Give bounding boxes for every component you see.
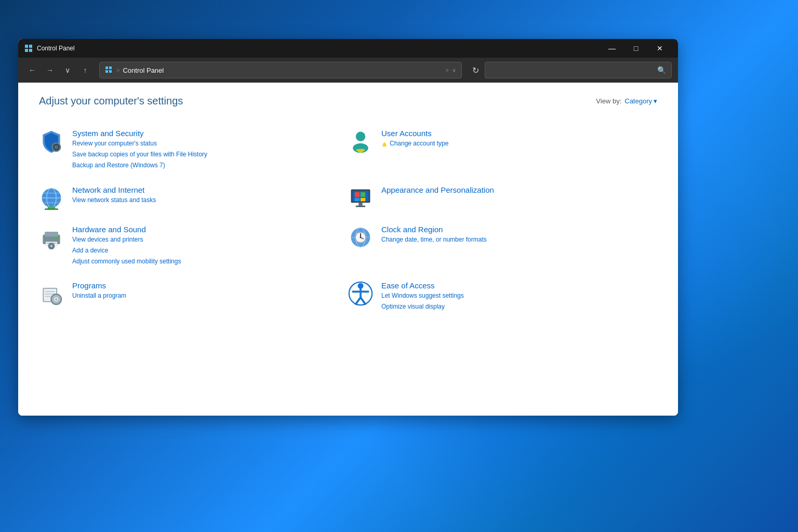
appearance-text: Appearance and Personalization xyxy=(381,185,494,194)
svg-rect-0 xyxy=(25,45,28,48)
user-accounts-text: User Accounts Change account type xyxy=(381,129,448,150)
svg-rect-22 xyxy=(45,208,58,210)
hardware-sound-icon xyxy=(39,225,64,250)
ease-of-access-text: Ease of Access Let Windows suggest setti… xyxy=(381,281,464,312)
svg-rect-29 xyxy=(358,203,362,206)
network-internet-icon xyxy=(39,185,64,210)
category-network-internet: Network and Internet View network status… xyxy=(39,178,348,218)
system-security-text: System and Security Review your computer… xyxy=(72,129,207,171)
hardware-sound-link-1[interactable]: View devices and printers xyxy=(72,235,181,245)
svg-rect-6 xyxy=(105,70,108,73)
system-security-name[interactable]: System and Security xyxy=(72,129,207,138)
dropdown-button[interactable]: ∨ xyxy=(60,62,75,78)
category-ease-of-access: Ease of Access Let Windows suggest setti… xyxy=(348,274,657,319)
category-system-security: System and Security Review your computer… xyxy=(39,122,348,178)
programs-link-1[interactable]: Uninstall a program xyxy=(72,291,126,301)
close-button[interactable]: ✕ xyxy=(648,39,672,58)
ease-of-access-link-2[interactable]: Optimize visual display xyxy=(381,302,464,312)
minimize-button[interactable]: — xyxy=(600,39,624,58)
system-security-link-3[interactable]: Backup and Restore (Windows 7) xyxy=(72,161,207,170)
clock-region-icon xyxy=(348,225,373,250)
hardware-sound-link-3[interactable]: Adjust commonly used mobility settings xyxy=(72,257,181,267)
svg-rect-32 xyxy=(45,231,58,236)
svg-point-46 xyxy=(360,236,362,238)
programs-icon xyxy=(39,281,64,306)
hardware-sound-text: Hardware and Sound View devices and prin… xyxy=(72,225,181,267)
address-separator2: > xyxy=(446,67,449,73)
svg-rect-7 xyxy=(109,70,112,73)
hardware-sound-link-2[interactable]: Add a device xyxy=(72,246,181,256)
address-dropdown-chevron: ∨ xyxy=(452,67,456,74)
titlebar-title: Control Panel xyxy=(37,45,600,52)
svg-point-11 xyxy=(356,132,365,141)
forward-button[interactable]: → xyxy=(42,62,58,78)
refresh-button[interactable]: ↻ xyxy=(468,63,483,77)
network-internet-text: Network and Internet View network status… xyxy=(72,185,156,205)
address-icon xyxy=(105,66,113,74)
network-internet-link-1[interactable]: View network status and tasks xyxy=(72,195,156,205)
view-by-dropdown[interactable]: Category ▾ xyxy=(624,97,657,105)
categories-grid: System and Security Review your computer… xyxy=(39,122,657,320)
svg-rect-30 xyxy=(356,205,365,207)
ease-of-access-name[interactable]: Ease of Access xyxy=(381,281,464,290)
titlebar: Control Panel — □ ✕ xyxy=(18,39,678,58)
svg-rect-15 xyxy=(383,143,386,147)
svg-line-60 xyxy=(361,298,365,304)
programs-text: Programs Uninstall a program xyxy=(72,281,126,301)
page-header: Adjust your computer's settings View by:… xyxy=(39,95,657,107)
user-accounts-name[interactable]: User Accounts xyxy=(381,129,448,138)
ease-of-access-link-1[interactable]: Let Windows suggest settings xyxy=(381,291,464,301)
system-security-link-2[interactable]: Save backup copies of your files with Fi… xyxy=(72,150,207,159)
search-input[interactable] xyxy=(490,66,654,74)
network-internet-name[interactable]: Network and Internet xyxy=(72,185,156,194)
titlebar-icon xyxy=(24,44,33,52)
svg-rect-26 xyxy=(361,192,365,196)
appearance-name[interactable]: Appearance and Personalization xyxy=(381,185,494,194)
clock-region-name[interactable]: Clock and Region xyxy=(381,225,487,234)
content-area: Adjust your computer's settings View by:… xyxy=(18,83,678,416)
search-bar[interactable]: 🔍 xyxy=(485,62,672,78)
search-icon[interactable]: 🔍 xyxy=(657,66,666,74)
titlebar-controls: — □ ✕ xyxy=(600,39,672,58)
category-clock-region: Clock and Region Change date, time, or n… xyxy=(348,218,657,274)
navbar: ← → ∨ ↑ > Control Panel > ∨ ↻ 🔍 xyxy=(18,58,678,83)
category-programs: Programs Uninstall a program xyxy=(39,274,348,319)
page-title: Adjust your computer's settings xyxy=(39,95,183,107)
hardware-sound-name[interactable]: Hardware and Sound xyxy=(72,225,181,234)
svg-point-10 xyxy=(55,145,58,149)
clock-region-text: Clock and Region Change date, time, or n… xyxy=(381,225,487,245)
maximize-button[interactable]: □ xyxy=(624,39,648,58)
address-path: Control Panel xyxy=(123,66,442,74)
svg-rect-27 xyxy=(355,198,360,201)
svg-rect-25 xyxy=(355,192,360,196)
control-panel-window: Control Panel — □ ✕ ← → ∨ ↑ > Control Pa… xyxy=(18,39,678,416)
back-button[interactable]: ← xyxy=(24,62,40,78)
view-by-label: View by: xyxy=(596,97,621,105)
system-security-icon xyxy=(39,129,64,154)
ease-of-access-icon xyxy=(348,281,373,306)
svg-rect-4 xyxy=(105,66,108,69)
address-bar[interactable]: > Control Panel > ∨ xyxy=(99,62,462,78)
svg-point-35 xyxy=(56,236,59,240)
up-button[interactable]: ↑ xyxy=(77,62,93,78)
svg-rect-28 xyxy=(361,198,365,201)
category-appearance: Appearance and Personalization xyxy=(348,178,657,218)
user-accounts-icon xyxy=(348,129,373,154)
appearance-icon xyxy=(348,185,373,210)
svg-rect-2 xyxy=(25,49,28,52)
view-by-chevron: ▾ xyxy=(654,97,657,105)
svg-point-38 xyxy=(51,245,52,247)
category-hardware-sound: Hardware and Sound View devices and prin… xyxy=(39,218,348,274)
svg-line-59 xyxy=(356,298,361,304)
address-separator1: > xyxy=(116,67,119,73)
svg-rect-3 xyxy=(29,49,32,52)
view-by-value-text: Category xyxy=(624,97,652,105)
system-security-link-1[interactable]: Review your computer's status xyxy=(72,139,207,149)
clock-region-link-1[interactable]: Change date, time, or number formats xyxy=(381,235,487,245)
programs-name[interactable]: Programs xyxy=(72,281,126,290)
svg-rect-1 xyxy=(29,45,32,48)
svg-point-55 xyxy=(55,298,57,300)
view-by-container: View by: Category ▾ xyxy=(596,97,657,105)
category-user-accounts: User Accounts Change account type xyxy=(348,122,657,178)
user-accounts-link-1[interactable]: Change account type xyxy=(381,139,448,150)
